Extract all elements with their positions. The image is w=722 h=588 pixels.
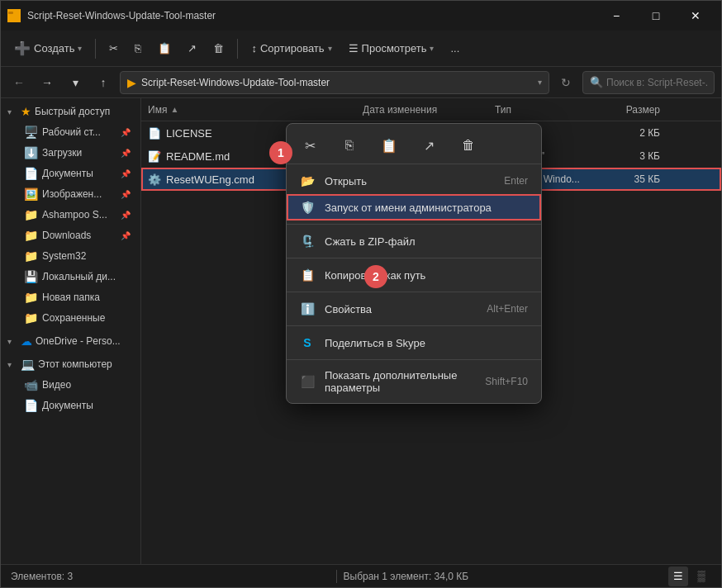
view-button[interactable]: ☰ Просмотреть ▾ [342, 39, 441, 58]
address-dropdown-icon: ▾ [538, 78, 542, 87]
sidebar-item-video[interactable]: 📹 Видео [4, 375, 137, 395]
create-button[interactable]: ➕ Создать ▾ [7, 37, 88, 59]
sidebar-item-local-disk[interactable]: 💾 Локальный ди... [4, 267, 137, 287]
window-controls: − □ ✕ [597, 2, 715, 29]
this-pc-chevron-icon: ▾ [7, 360, 17, 369]
file-row-resetwueng[interactable]: ⚙️ ResetWUEng.cmd 25.03.2023 5:10 Сценар… [141, 168, 721, 191]
file-size-readme: 3 КБ [594, 150, 660, 162]
search-box[interactable]: 🔍 [582, 71, 715, 94]
column-name[interactable]: Имя ▲ [148, 104, 363, 116]
cut-button[interactable]: ✂ [102, 39, 125, 58]
address-bar: ← → ▾ ↑ ▶ Script-Reset-Windows-Update-To… [1, 67, 721, 98]
sidebar-item-ashampoo[interactable]: 📁 Ashampoo S... 📌 [4, 205, 137, 225]
computer-icon: 💻 [21, 358, 35, 371]
file-list-area: Имя ▲ Дата изменения Тип Размер 📄 [141, 98, 721, 564]
onedrive-chevron-icon: ▾ [7, 337, 17, 346]
delete-button[interactable]: 🗑 [207, 39, 230, 58]
paste-icon: 📋 [158, 42, 171, 55]
view-details-button[interactable]: ☰ [668, 567, 688, 586]
sidebar-item-downloads-en-label: Downloads [42, 230, 116, 241]
this-pc-label: Этот компьютер [38, 358, 112, 370]
star-icon: ★ [21, 105, 31, 118]
sidebar-item-desktop[interactable]: 🖥️ Рабочий ст... 📌 [4, 122, 137, 142]
cut-icon: ✂ [109, 42, 118, 55]
file-rows: 📄 LICENSE 25.03.2023 5:10 Файл 2 КБ 📝 RE… [141, 121, 721, 564]
pin-icon-desktop: 📌 [121, 128, 131, 137]
sidebar-item-system32[interactable]: 📁 System32 [4, 246, 137, 266]
forward-button[interactable]: → [36, 71, 59, 94]
file-row-readme[interactable]: 📝 README.md 25.03.2023 5:10 Файл "MD" 3 … [141, 145, 721, 168]
maximize-button[interactable]: □ [637, 2, 675, 29]
file-size-resetwueng: 35 КБ [594, 173, 660, 185]
file-date-readme: 25.03.2023 5:10 [363, 150, 495, 162]
up-button[interactable]: ↑ [92, 71, 115, 94]
sidebar-item-docs2-label: Документы [42, 400, 131, 411]
column-date[interactable]: Дата изменения [363, 104, 495, 116]
quick-access-header[interactable]: ▾ ★ Быстрый доступ [1, 102, 140, 121]
local-disk-icon: 💾 [24, 270, 37, 283]
window-title: Script-Reset-Windows-Update-Tool-master [27, 10, 597, 21]
sidebar-item-new-folder[interactable]: 📁 Новая папка [4, 287, 137, 307]
sidebar-item-video-label: Видео [42, 379, 131, 391]
sort-arrow-icon: ▲ [170, 105, 178, 114]
back-button[interactable]: ← [7, 71, 31, 94]
pictures-icon: 🖼️ [24, 187, 37, 201]
create-label: Создать [34, 42, 74, 55]
toolbar: ➕ Создать ▾ ✂ ⎘ 📋 ↗ 🗑 ↕ Сортировать ▾ ☰ … [1, 31, 721, 67]
search-input[interactable] [606, 77, 707, 88]
more-button[interactable]: ... [444, 39, 466, 58]
pin-icon-downloads-en: 📌 [121, 231, 131, 240]
recent-locations-button[interactable]: ▾ [64, 71, 87, 94]
column-type[interactable]: Тип [495, 104, 594, 116]
sidebar-item-system32-label: System32 [42, 250, 131, 262]
new-folder-icon: 📁 [24, 291, 37, 304]
file-icon-license: 📄 [148, 127, 161, 140]
ashampoo-icon: 📁 [24, 208, 37, 221]
address-folder-icon: ▶ [127, 76, 136, 89]
onedrive-section: ▾ ☁ OneDrive - Perso... [1, 331, 140, 351]
sidebar-item-desktop-label: Рабочий ст... [42, 126, 116, 138]
more-icon: ... [450, 42, 459, 55]
view-chevron-icon: ▾ [430, 44, 434, 53]
view-toggle: ☰ ▒ [668, 567, 711, 586]
toolbar-separator-2 [237, 39, 238, 59]
address-input[interactable]: ▶ Script-Reset-Windows-Update-Tool-maste… [120, 71, 549, 94]
close-button[interactable]: ✕ [677, 2, 715, 29]
docs2-icon: 📄 [24, 399, 37, 412]
minimize-button[interactable]: − [597, 2, 635, 29]
column-size[interactable]: Размер [594, 104, 660, 116]
delete-icon: 🗑 [213, 42, 224, 55]
title-bar: Script-Reset-Windows-Update-Tool-master … [1, 1, 721, 31]
pin-icon-ashampoo: 📌 [121, 211, 131, 220]
sidebar-item-documents[interactable]: 📄 Документы 📌 [4, 164, 137, 183]
toolbar-separator-1 [95, 39, 96, 59]
sidebar: ▾ ★ Быстрый доступ 🖥️ Рабочий ст... 📌 ⬇️… [1, 98, 141, 564]
file-explorer-window: Script-Reset-Windows-Update-Tool-master … [0, 0, 722, 588]
view-tiles-button[interactable]: ▒ [691, 567, 711, 586]
file-row-license[interactable]: 📄 LICENSE 25.03.2023 5:10 Файл 2 КБ [141, 121, 721, 145]
sidebar-item-downloads-en[interactable]: 📁 Downloads 📌 [4, 225, 137, 245]
sort-button[interactable]: ↕ Сортировать ▾ [245, 39, 338, 58]
file-type-readme: Файл "MD" [495, 150, 594, 162]
view-icon: ☰ [349, 42, 359, 55]
file-label-license: LICENSE [166, 127, 212, 140]
paste-button[interactable]: 📋 [151, 39, 178, 58]
copy-icon: ⎘ [135, 42, 141, 55]
refresh-button[interactable]: ↻ [554, 71, 577, 94]
sidebar-item-downloads[interactable]: ⬇️ Загрузки 📌 [4, 143, 137, 163]
file-icon-readme: 📝 [148, 150, 161, 163]
status-separator [336, 570, 337, 583]
file-type-resetwueng: Сценарий Windo... [495, 173, 594, 185]
sidebar-item-local-disk-label: Локальный ди... [42, 271, 131, 282]
file-label-readme: README.md [166, 150, 230, 163]
sidebar-item-docs2[interactable]: 📄 Документы [4, 396, 137, 415]
share-icon: ↗ [188, 42, 197, 55]
sidebar-item-saved[interactable]: 📁 Сохраненные [4, 308, 137, 328]
sidebar-item-pictures[interactable]: 🖼️ Изображен... 📌 [4, 184, 137, 204]
onedrive-header[interactable]: ▾ ☁ OneDrive - Perso... [1, 331, 140, 351]
quick-access-chevron-icon: ▾ [7, 107, 17, 116]
address-text: Script-Reset-Windows-Update-Tool-master [141, 77, 533, 88]
share-button[interactable]: ↗ [181, 39, 203, 58]
this-pc-header[interactable]: ▾ 💻 Этот компьютер [1, 354, 140, 374]
copy-button[interactable]: ⎘ [128, 39, 148, 58]
